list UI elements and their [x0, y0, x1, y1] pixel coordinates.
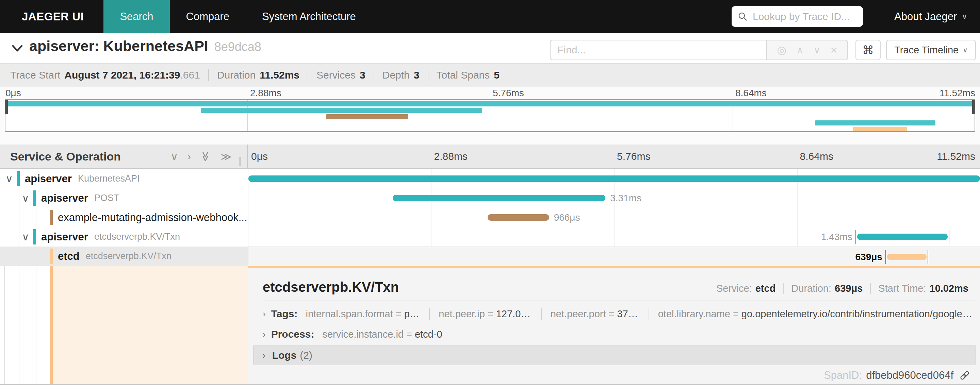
link-icon[interactable]	[959, 370, 970, 381]
trace-summary-bar: Trace StartAugust 7 2021, 16:21:39.661 D…	[0, 63, 980, 87]
clear-search-icon[interactable]: ×	[830, 43, 837, 57]
expand-one-icon[interactable]: ›	[188, 151, 191, 162]
minimap-span-bar	[201, 108, 482, 113]
service-name: etcd	[58, 250, 80, 262]
locate-span-icon[interactable]: ◎	[777, 43, 786, 56]
span-row-apiserver-kubernetesapi: ∨ apiserverKubernetesAPI	[0, 169, 980, 188]
service-name: example-mutating-admission-webhook...	[58, 211, 247, 224]
span-bar[interactable]: 1.43ms	[857, 233, 948, 240]
detail-start-time: Start Time:10.02ms	[870, 283, 969, 294]
chevron-right-icon: ›	[263, 309, 266, 319]
collapse-trace-icon[interactable]	[10, 40, 25, 56]
find-toolbar: ◎ ∧ ∨ ×	[766, 40, 848, 60]
tag-item: net.peer.port=37982	[541, 308, 640, 320]
service-color-stripe	[50, 249, 53, 264]
span-table-header: Service & Operation ∨ › ≫ ≫ ∥ 0μs 2.88ms…	[0, 144, 980, 169]
detail-service: Service:etcd	[716, 283, 775, 294]
keyboard-shortcuts-button[interactable]: ⌘	[856, 40, 881, 60]
trace-header: apiserver: KubernetesAPI8e9dca8 ◎ ∧ ∨ × …	[0, 33, 980, 63]
detail-duration: Duration:639μs	[783, 283, 862, 294]
minimap-span-bar	[326, 114, 408, 119]
span-bar[interactable]: 3.31ms	[393, 195, 606, 201]
span-detail-left-gutter	[0, 266, 248, 384]
minimap-span-bar	[5, 101, 975, 106]
span-name-cell[interactable]: ∨ apiserverKubernetesAPI	[0, 169, 248, 188]
find-input[interactable]	[550, 40, 766, 60]
span-duration-label: 966μs	[549, 213, 580, 222]
next-result-icon[interactable]: ∨	[814, 44, 821, 56]
trace-id-lookup[interactable]	[732, 6, 863, 27]
span-bar[interactable]: 966μs	[488, 214, 549, 221]
nav-tab-search[interactable]: Search	[103, 0, 169, 33]
span-id-footer: SpanID: dfbebd960ced064f	[824, 369, 970, 381]
minimap-right-drag-handle[interactable]	[972, 100, 975, 114]
prev-result-icon[interactable]: ∧	[797, 44, 804, 56]
process-item: service.instance.id=etcd-0	[322, 329, 442, 340]
summary-total-spans: Total Spans5	[428, 69, 500, 81]
operation-name: KubernetesAPI	[78, 173, 140, 184]
span-timeline-cell: 966μs	[248, 208, 980, 227]
operation-name: etcdserverpb.KV/Txn	[94, 232, 180, 242]
detail-meta: Service:etcd Duration:639μs Start Time:1…	[716, 283, 969, 294]
collapse-all-icon[interactable]: ≫	[200, 151, 212, 162]
logs-expander[interactable]: › Logs (2)	[253, 346, 976, 365]
tags-expander[interactable]: › Tags: internal.span.format=proto net.p…	[263, 306, 975, 322]
span-name-cell[interactable]: example-mutating-admission-webhook...	[0, 208, 248, 227]
minimap-tick-labels: 0μs 2.88ms 5.76ms 8.64ms 11.52ms	[5, 88, 975, 99]
operation-name: etcdserverpb.KV/Txn	[86, 251, 172, 262]
top-navbar: JAEGER UI Search Compare System Architec…	[0, 0, 980, 33]
span-row-apiserver-post: ∨ apiserverPOST 3.31ms	[0, 188, 980, 208]
selected-span-color-stripe	[50, 266, 53, 384]
column-divider	[248, 169, 248, 266]
summary-trace-start: Trace StartAugust 7 2021, 16:21:39.661	[10, 69, 200, 81]
tree-controls: ∨ › ≫ ≫	[170, 144, 231, 168]
chevron-down-icon[interactable]: ∨	[22, 227, 29, 246]
span-id-value: dfbebd960ced064f	[866, 369, 953, 381]
expand-all-icon[interactable]: ≫	[221, 151, 231, 162]
nav-tab-compare[interactable]: Compare	[170, 0, 246, 33]
span-rows: ∨ apiserverKubernetesAPI ∨ apiserverPOST…	[0, 169, 980, 266]
app-logo[interactable]: JAEGER UI	[0, 0, 103, 33]
timeline-minimap-section: 0μs 2.88ms 5.76ms 8.64ms 11.52ms	[0, 87, 980, 144]
chevron-down-icon[interactable]: ∨	[22, 188, 29, 208]
span-name-cell[interactable]: ∨ apiserverPOST	[0, 188, 248, 208]
trace-id-lookup-input[interactable]	[753, 11, 857, 22]
span-bar[interactable]	[248, 175, 980, 182]
span-duration-label: 639μs	[856, 252, 887, 262]
trace-title: apiserver: KubernetesAPI8e9dca8	[29, 38, 261, 54]
process-expander[interactable]: › Process: service.instance.id=etcd-0	[263, 326, 975, 342]
collapse-one-icon[interactable]: ∨	[170, 151, 178, 162]
span-timeline-cell: 639μs	[248, 246, 980, 266]
span-detail-panel: etcdserverpb.KV/Txn Service:etcd Duratio…	[248, 266, 980, 384]
minimap-left-drag-handle[interactable]	[5, 100, 8, 114]
span-row-webhook: example-mutating-admission-webhook... 96…	[0, 208, 980, 227]
chevron-down-icon[interactable]: ∨	[5, 169, 13, 188]
chevron-down-icon: ∨	[963, 46, 968, 54]
tag-item: internal.span.format=proto	[305, 308, 420, 320]
service-color-stripe	[33, 229, 36, 245]
detail-divider	[263, 300, 975, 301]
chevron-right-icon: ›	[263, 329, 266, 340]
selected-span-fill	[53, 266, 248, 384]
span-name-cell[interactable]: ∨ apiserveretcdserverpb.KV/Txn	[0, 227, 248, 246]
nav-tab-system-architecture[interactable]: System Architecture	[246, 0, 372, 33]
minimap-canvas[interactable]	[5, 99, 975, 132]
tag-item: otel.library.name=go.opentelemetry.io/co…	[649, 308, 975, 320]
column-resizer[interactable]: ∥	[238, 156, 242, 166]
span-bar[interactable]: 639μs	[887, 254, 927, 260]
nav-spacer	[372, 0, 980, 33]
summary-depth: Depth3	[374, 69, 420, 81]
span-timeline-cell: 3.31ms	[248, 188, 980, 208]
span-row-apiserver-etcd-txn: ∨ apiserveretcdserverpb.KV/Txn 1.43ms	[0, 227, 980, 246]
service-name: apiserver	[25, 173, 72, 185]
span-duration-label: 3.31ms	[605, 194, 641, 203]
span-name-cell[interactable]: etcdetcdserverpb.KV/Txn	[0, 246, 248, 266]
tree-guide-line	[4, 266, 5, 384]
about-jaeger-menu[interactable]: About Jaeger ∨	[894, 0, 967, 33]
span-timeline-cell	[248, 169, 980, 188]
view-selector-button[interactable]: Trace Timeline ∨	[886, 40, 976, 60]
span-duration-label: 1.43ms	[821, 232, 857, 241]
span-row-etcd-txn-selected: etcdetcdserverpb.KV/Txn 639μs	[0, 246, 980, 266]
service-name: apiserver	[41, 192, 88, 204]
command-icon: ⌘	[862, 43, 874, 57]
